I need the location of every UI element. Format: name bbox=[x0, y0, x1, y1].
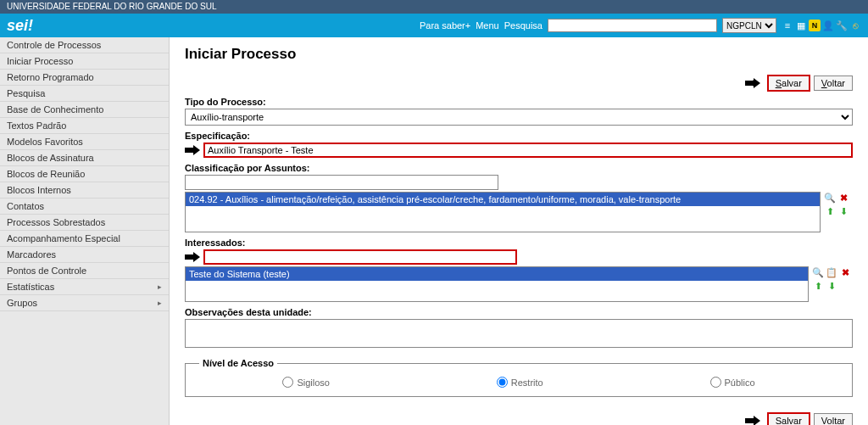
sidebar-item-contatos[interactable]: Contatos bbox=[0, 199, 169, 215]
tipo-processo-label: Tipo do Processo: bbox=[185, 97, 853, 107]
sidebar-item-marcadores[interactable]: Marcadores bbox=[0, 247, 169, 263]
move-down-icon[interactable]: ⬇ bbox=[837, 205, 849, 217]
sidebar-item-base-conhecimento[interactable]: Base de Conhecimento bbox=[0, 102, 169, 118]
classificacao-item[interactable]: 024.92 - Auxílios - alimentação/refeição… bbox=[186, 193, 820, 206]
sidebar-item-processos-sobrestados[interactable]: Processos Sobrestados bbox=[0, 215, 169, 231]
logo: sei! bbox=[7, 17, 33, 35]
delete-icon[interactable]: ✖ bbox=[837, 192, 849, 204]
arrow-annotation-icon bbox=[185, 252, 202, 262]
salvar-button-bottom[interactable]: Salvar bbox=[767, 412, 810, 425]
sidebar-item-blocos-assinatura[interactable]: Blocos de Assinatura bbox=[0, 150, 169, 166]
sidebar-item-iniciar-processo[interactable]: Iniciar Processo bbox=[0, 53, 169, 70]
sigiloso-radio-group[interactable]: Sigiloso bbox=[282, 377, 330, 388]
especificacao-input[interactable] bbox=[203, 143, 853, 158]
interessados-search-input[interactable] bbox=[203, 249, 517, 265]
sidebar-item-retorno-programado[interactable]: Retorno Programado bbox=[0, 70, 169, 86]
observacoes-textarea[interactable] bbox=[185, 319, 853, 348]
sidebar-item-textos-padrao[interactable]: Textos Padrão bbox=[0, 118, 169, 134]
arrow-annotation-icon bbox=[185, 145, 202, 155]
menu-link[interactable]: Menu bbox=[476, 20, 499, 31]
delete-icon[interactable]: ✖ bbox=[839, 266, 851, 278]
sidebar-item-pesquisa[interactable]: Pesquisa bbox=[0, 86, 169, 102]
interessados-item[interactable]: Teste do Sistema (teste) bbox=[186, 267, 808, 281]
novidades-icon[interactable]: N bbox=[809, 20, 821, 31]
classificacao-label: Classificação por Assuntos: bbox=[185, 163, 853, 173]
list-icon[interactable]: ≡ bbox=[782, 20, 793, 31]
search-input[interactable] bbox=[548, 19, 717, 32]
header-icons: ≡ ▦ N 👤 🔧 ⎋ bbox=[782, 20, 861, 31]
sidebar-item-blocos-reuniao[interactable]: Blocos de Reunião bbox=[0, 166, 169, 182]
arrow-annotation-icon bbox=[745, 416, 764, 425]
institution-bar: UNIVERSIDADE FEDERAL DO RIO GRANDE DO SU… bbox=[0, 0, 868, 14]
sidebar-item-modelos-favoritos[interactable]: Modelos Favoritos bbox=[0, 134, 169, 150]
nivel-acesso-fieldset: Nível de Acesso Sigiloso Restrito Públic… bbox=[185, 358, 853, 397]
classificacao-listbox[interactable]: 024.92 - Auxílios - alimentação/refeição… bbox=[185, 192, 821, 232]
sidebar: Controle de Processos Iniciar Processo R… bbox=[0, 37, 170, 425]
sidebar-item-acompanhamento-especial[interactable]: Acompanhamento Especial bbox=[0, 231, 169, 247]
pesquisa-link[interactable]: Pesquisa bbox=[504, 20, 542, 31]
sigiloso-radio[interactable] bbox=[282, 377, 293, 388]
unit-select[interactable]: NGPCLN bbox=[722, 18, 776, 33]
header: sei! Para saber+ Menu Pesquisa NGPCLN ≡ … bbox=[0, 14, 868, 37]
move-up-icon[interactable]: ⬆ bbox=[824, 205, 836, 217]
voltar-button[interactable]: Voltar bbox=[814, 75, 853, 91]
observacoes-label: Observações desta unidade: bbox=[185, 307, 853, 317]
interessados-listbox[interactable]: Teste do Sistema (teste) bbox=[185, 266, 809, 302]
exit-icon[interactable]: ⎋ bbox=[849, 20, 861, 31]
para-saber-link[interactable]: Para saber+ bbox=[420, 20, 470, 31]
edit-icon[interactable]: 📋 bbox=[826, 266, 837, 278]
interessados-label: Interessados: bbox=[185, 238, 853, 248]
publico-radio[interactable] bbox=[710, 377, 721, 388]
user-icon[interactable]: 👤 bbox=[822, 20, 834, 31]
page-title: Iniciar Processo bbox=[185, 46, 853, 63]
move-down-icon[interactable]: ⬇ bbox=[826, 280, 837, 292]
search-icon[interactable]: 🔍 bbox=[812, 266, 824, 278]
chevron-right-icon: ▸ bbox=[158, 282, 162, 291]
chevron-right-icon: ▸ bbox=[158, 299, 162, 307]
main-content: Iniciar Processo Salvar Voltar Tipo do P… bbox=[170, 37, 868, 425]
especificacao-label: Especificação: bbox=[185, 131, 853, 141]
grid-icon[interactable]: ▦ bbox=[795, 20, 807, 31]
sidebar-item-grupos[interactable]: Grupos▸ bbox=[0, 295, 169, 311]
voltar-button-bottom[interactable]: Voltar bbox=[814, 413, 853, 425]
config-icon[interactable]: 🔧 bbox=[836, 20, 848, 31]
tipo-processo-select[interactable]: Auxílio-transporte bbox=[185, 109, 853, 126]
sidebar-item-blocos-internos[interactable]: Blocos Internos bbox=[0, 182, 169, 199]
sidebar-item-estatisticas[interactable]: Estatísticas▸ bbox=[0, 279, 169, 295]
restrito-radio-group[interactable]: Restrito bbox=[497, 377, 543, 388]
classificacao-search-input[interactable] bbox=[185, 175, 498, 190]
salvar-button[interactable]: Salvar bbox=[767, 75, 810, 92]
publico-radio-group[interactable]: Público bbox=[710, 377, 755, 388]
restrito-radio[interactable] bbox=[497, 377, 508, 388]
sidebar-item-controle-processos[interactable]: Controle de Processos bbox=[0, 37, 169, 53]
arrow-annotation-icon bbox=[745, 78, 764, 88]
move-up-icon[interactable]: ⬆ bbox=[812, 280, 824, 292]
sidebar-item-pontos-controle[interactable]: Pontos de Controle bbox=[0, 263, 169, 279]
search-icon[interactable]: 🔍 bbox=[824, 192, 836, 204]
nivel-acesso-legend: Nível de Acesso bbox=[199, 358, 277, 368]
